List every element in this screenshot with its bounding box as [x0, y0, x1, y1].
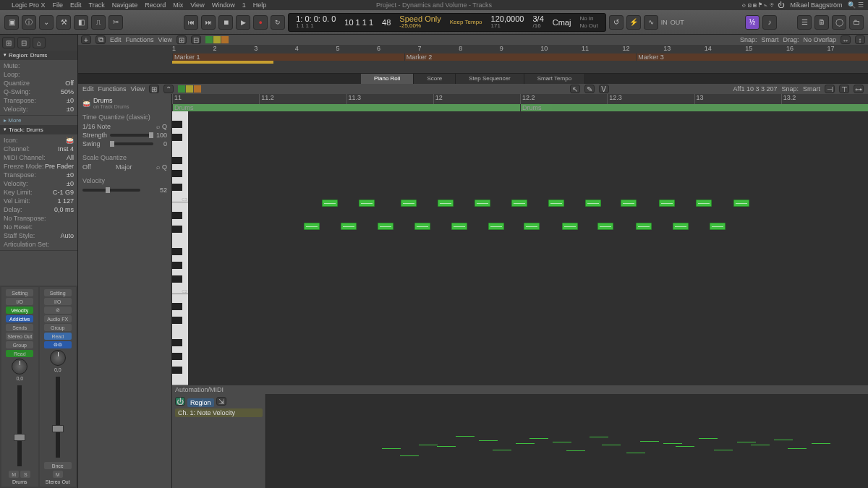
browser-button[interactable]: 🗀	[849, 15, 864, 30]
menu-edit[interactable]: Edit	[70, 1, 82, 9]
midi-note[interactable]	[673, 223, 689, 230]
midi-note[interactable]	[488, 223, 504, 230]
region-label[interactable]: Drums	[172, 104, 520, 111]
velocity-step[interactable]	[676, 446, 694, 447]
pr-functions[interactable]: Functions	[98, 85, 127, 93]
lcd-display[interactable]: 1: 0: 0: 0. 01 1 1 1 10 1 1 1 48 Speed O…	[288, 13, 606, 32]
midi-note[interactable]	[475, 200, 490, 207]
strip-group[interactable]: Group	[44, 324, 72, 331]
midi-note[interactable]	[696, 200, 712, 207]
menu-window[interactable]: Window	[212, 1, 235, 9]
midi-note[interactable]	[710, 223, 726, 230]
menu-file[interactable]: File	[53, 1, 64, 9]
quantize-value[interactable]: Off	[65, 80, 74, 87]
tab-score[interactable]: Score	[414, 74, 456, 84]
strength-slider[interactable]	[110, 134, 153, 137]
stop-button[interactable]: ⏹	[218, 15, 233, 30]
pr-zoom-v[interactable]: ⊤	[839, 85, 849, 93]
midi-note[interactable]	[378, 223, 393, 230]
th-zoom-v[interactable]: ↕	[855, 35, 865, 44]
menu-track[interactable]: Track	[89, 1, 105, 9]
note-grid[interactable]	[188, 111, 868, 385]
menu-help[interactable]: Help	[253, 1, 267, 9]
velocity-step[interactable]	[737, 442, 756, 442]
th-tool-2[interactable]: ⊟	[191, 35, 201, 44]
strip-sends[interactable]: Sends	[6, 324, 33, 331]
color-orange[interactable]	[221, 36, 229, 43]
track-section-title[interactable]: Track: Drums	[0, 125, 77, 134]
varispeed-button[interactable]: ½	[745, 15, 760, 30]
strip-instrument-btn[interactable]: Addictive	[6, 315, 33, 322]
strip-setting[interactable]: Setting	[44, 289, 72, 296]
record-button[interactable]: ●	[253, 15, 268, 30]
midi-note[interactable]	[359, 200, 375, 207]
menu-mix[interactable]: Mix	[173, 1, 183, 9]
library-button[interactable]: ▣	[4, 15, 19, 30]
insp-btn-1[interactable]: ⊞	[2, 37, 15, 48]
replace-button[interactable]: ↺	[609, 15, 624, 30]
midi-note[interactable]	[636, 223, 652, 230]
sq-q-icon[interactable]: ⌕ Q	[156, 163, 167, 171]
loops-button[interactable]: ◯	[832, 15, 846, 30]
midi-note[interactable]	[414, 223, 430, 230]
notes-button[interactable]: 🗎	[814, 15, 829, 30]
strip-compare[interactable]: ⊙⊙	[44, 341, 72, 348]
swing-slider[interactable]	[110, 142, 153, 145]
pr-snap-value[interactable]: Smart	[803, 85, 820, 93]
velocity-step[interactable]	[751, 445, 770, 445]
velocity-step[interactable]	[566, 450, 585, 451]
velocity-step[interactable]	[714, 450, 733, 450]
tab-piano-roll[interactable]: Piano Roll	[361, 74, 414, 84]
add-track-button[interactable]: +	[81, 35, 91, 44]
velocity-step[interactable]	[788, 448, 807, 449]
strip-io[interactable]: I/O	[44, 298, 72, 305]
velocity-tool-icon[interactable]: V	[599, 85, 609, 93]
vellim-value[interactable]: 1 127	[57, 197, 74, 205]
marker[interactable]: Marker 2	[404, 53, 637, 61]
piano-ruler[interactable]: 1111.211.31212.212.31313.2	[172, 94, 868, 104]
midi-note[interactable]	[341, 223, 357, 230]
piano-keys[interactable]: C3 C2	[172, 111, 188, 385]
channel-value[interactable]: Inst 4	[58, 145, 74, 153]
velocity-step[interactable]	[699, 438, 718, 439]
inspector-button[interactable]: ⓘ	[22, 15, 36, 30]
pencil-tool-icon[interactable]: ✎	[584, 85, 595, 93]
pr-link-icon[interactable]: ⊶	[854, 85, 864, 93]
midi-note[interactable]	[597, 223, 613, 230]
automation-grid[interactable]	[266, 394, 868, 488]
strip-blank[interactable]: ⊘	[44, 307, 72, 314]
strip-setting[interactable]: Setting	[6, 289, 33, 296]
midi-note[interactable]	[585, 200, 601, 207]
menu-view[interactable]: View	[190, 1, 204, 9]
velocity-step[interactable]	[456, 436, 475, 437]
pan-knob[interactable]	[50, 350, 66, 366]
midi-note[interactable]	[659, 200, 675, 207]
velocity-step[interactable]	[553, 442, 571, 442]
list-editors-button[interactable]: ☰	[797, 15, 812, 30]
menu-record[interactable]: Record	[145, 1, 166, 9]
cycle-range[interactable]	[172, 61, 273, 64]
pr-zoom-h[interactable]: ⊣	[825, 85, 835, 93]
pointer-tool-icon[interactable]: ↖	[570, 85, 580, 93]
pr-tool-1[interactable]: ⊞	[149, 85, 159, 93]
strip-io[interactable]: I/O	[6, 298, 33, 305]
transpose-value[interactable]: ±0	[67, 97, 74, 104]
tab-step-sequencer[interactable]: Step Sequencer	[456, 74, 524, 84]
th-functions[interactable]: Functions	[126, 36, 154, 43]
region-label[interactable]: Drums	[520, 104, 868, 111]
mute-button[interactable]: M	[9, 471, 19, 478]
th-tool-1[interactable]: ⊞	[176, 35, 187, 44]
drag-value[interactable]: No Overlap	[803, 36, 836, 43]
menu-navigate[interactable]: Navigate	[112, 1, 138, 9]
auto-power-button[interactable]: ⏻	[175, 397, 185, 406]
automation-mode[interactable]: Region	[187, 398, 214, 407]
midi-note[interactable]	[548, 200, 564, 207]
play-button[interactable]: ▶	[236, 15, 250, 30]
staff-value[interactable]: Auto	[60, 232, 74, 239]
midi-note[interactable]	[562, 223, 578, 230]
th-zoom-h[interactable]: ↔	[841, 35, 851, 44]
cycle-button[interactable]: ↻	[271, 15, 285, 30]
insp-btn-2[interactable]: ⊟	[17, 37, 30, 48]
midi-note[interactable]	[524, 223, 540, 230]
velocity-step[interactable]	[626, 453, 645, 453]
